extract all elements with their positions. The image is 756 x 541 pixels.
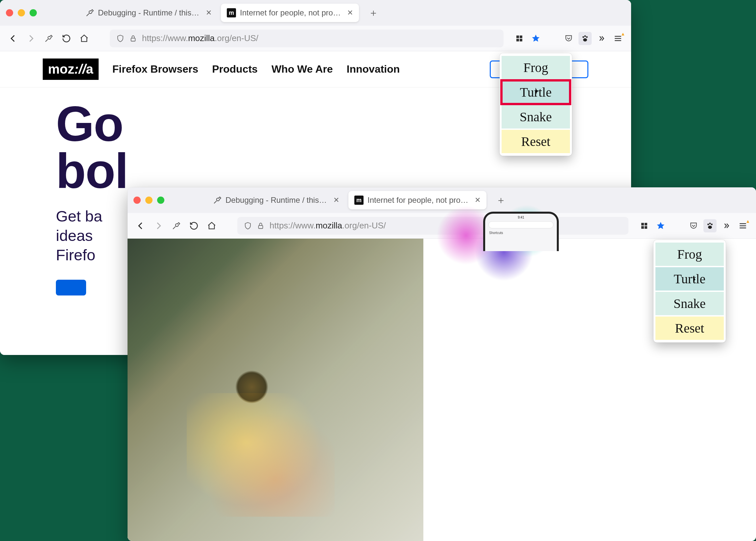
- maximize-window-button[interactable]: [30, 9, 37, 16]
- devtools-button[interactable]: [170, 219, 183, 233]
- pocket-icon[interactable]: [562, 32, 575, 45]
- popup-item-snake[interactable]: Snake: [501, 105, 570, 129]
- wrench-icon: [213, 196, 222, 205]
- minimize-window-button[interactable]: [145, 197, 153, 204]
- bookmark-star-icon[interactable]: [529, 32, 542, 45]
- tab-title: Debugging - Runtime / this-firefox: [98, 8, 200, 17]
- overflow-icon[interactable]: [595, 32, 608, 45]
- firefox-menu-button[interactable]: ▲: [736, 219, 749, 233]
- close-tab-icon[interactable]: ✕: [206, 9, 212, 17]
- nav-who-we-are[interactable]: Who We Are: [272, 63, 333, 75]
- hero-title: Gobol: [56, 101, 575, 194]
- tab-mozilla[interactable]: m Internet for people, not profit — ✕: [221, 4, 359, 22]
- tab-debugging[interactable]: Debugging - Runtime / this-firefox ✕: [207, 191, 345, 209]
- tab-strip: Debugging - Runtime / this-firefox ✕ m I…: [0, 0, 631, 26]
- new-tab-button[interactable]: ＋: [366, 6, 380, 20]
- svg-rect-3: [516, 39, 519, 41]
- popup-item-reset[interactable]: Reset: [655, 316, 724, 340]
- mozilla-logo[interactable]: moz://a: [43, 59, 99, 80]
- lock-icon[interactable]: [130, 35, 137, 42]
- nav-products[interactable]: Products: [212, 63, 258, 75]
- window-controls: [134, 197, 164, 204]
- minimize-window-button[interactable]: [18, 9, 25, 16]
- paw-extension-button[interactable]: [703, 219, 717, 233]
- svg-rect-12: [645, 223, 647, 226]
- mozilla-favicon: m: [354, 196, 364, 205]
- url-text: https://www.mozilla.org/en-US/: [270, 221, 386, 231]
- close-tab-icon[interactable]: ✕: [333, 196, 339, 205]
- svg-rect-0: [131, 38, 135, 41]
- svg-point-7: [586, 36, 588, 38]
- wrench-icon: [85, 9, 94, 17]
- svg-point-16: [709, 223, 711, 224]
- hero-cta-button[interactable]: [56, 280, 86, 295]
- popup-item-turtle[interactable]: Turtle: [655, 267, 724, 290]
- svg-rect-4: [520, 39, 522, 41]
- svg-point-6: [584, 35, 586, 37]
- pocket-icon[interactable]: [687, 219, 700, 233]
- home-button[interactable]: [205, 219, 218, 233]
- svg-point-18: [708, 226, 712, 229]
- nav-innovation[interactable]: Innovation: [347, 63, 400, 75]
- tab-debugging[interactable]: Debugging - Runtime / this-firefox ✕: [80, 4, 218, 22]
- popup-item-frog[interactable]: Frog: [501, 56, 570, 79]
- address-bar[interactable]: https://www.mozilla.org/en-US/: [110, 30, 503, 47]
- extension-popup: Frog Turtle Snake Reset: [653, 240, 726, 342]
- svg-point-17: [711, 224, 713, 225]
- firefox-menu-button[interactable]: ▲: [611, 32, 624, 45]
- svg-rect-11: [641, 223, 644, 226]
- home-button[interactable]: [78, 32, 91, 45]
- navigation-toolbar: https://www.mozilla.org/en-US/ ▲: [0, 26, 631, 51]
- shield-icon[interactable]: [116, 35, 124, 42]
- forward-button[interactable]: [24, 32, 37, 45]
- paw-extension-button[interactable]: [578, 32, 592, 45]
- url-text: https://www.mozilla.org/en-US/: [142, 33, 258, 43]
- svg-rect-13: [641, 226, 644, 229]
- tab-title: Internet for people, not profit —: [240, 8, 341, 17]
- close-window-button[interactable]: [6, 9, 13, 16]
- popup-item-reset[interactable]: Reset: [501, 130, 570, 153]
- forward-button[interactable]: [152, 219, 165, 233]
- reload-button[interactable]: [60, 32, 73, 45]
- bookmark-star-icon[interactable]: [654, 219, 667, 233]
- svg-rect-10: [259, 226, 263, 229]
- svg-point-15: [707, 224, 709, 225]
- svg-rect-14: [645, 226, 647, 229]
- phone-mockup: 9:41 Shortcuts: [483, 212, 559, 251]
- container-icon[interactable]: [638, 219, 651, 233]
- popup-item-frog[interactable]: Frog: [655, 243, 724, 266]
- popup-item-snake[interactable]: Snake: [655, 292, 724, 315]
- turtle-image: [128, 239, 423, 541]
- svg-point-8: [583, 38, 587, 41]
- shield-icon[interactable]: [244, 222, 252, 230]
- window-controls: [6, 9, 37, 16]
- svg-rect-2: [520, 36, 522, 38]
- devtools-button[interactable]: [42, 32, 55, 45]
- close-tab-icon[interactable]: ✕: [347, 9, 353, 17]
- lock-icon[interactable]: [257, 222, 264, 230]
- maximize-window-button[interactable]: [157, 197, 164, 204]
- svg-rect-1: [516, 36, 519, 38]
- back-button[interactable]: [134, 219, 147, 233]
- nav-firefox-browsers[interactable]: Firefox Browsers: [112, 63, 198, 75]
- svg-point-5: [582, 36, 584, 38]
- reload-button[interactable]: [187, 219, 201, 233]
- close-window-button[interactable]: [134, 197, 141, 204]
- tab-title: Debugging - Runtime / this-firefox: [226, 196, 328, 205]
- back-button[interactable]: [7, 32, 20, 45]
- container-icon[interactable]: [513, 32, 526, 45]
- overflow-icon[interactable]: [720, 219, 733, 233]
- extension-popup: Frog Turtle Snake Reset: [500, 53, 572, 156]
- popup-item-turtle[interactable]: Turtle: [501, 81, 570, 104]
- mozilla-favicon: m: [227, 8, 236, 17]
